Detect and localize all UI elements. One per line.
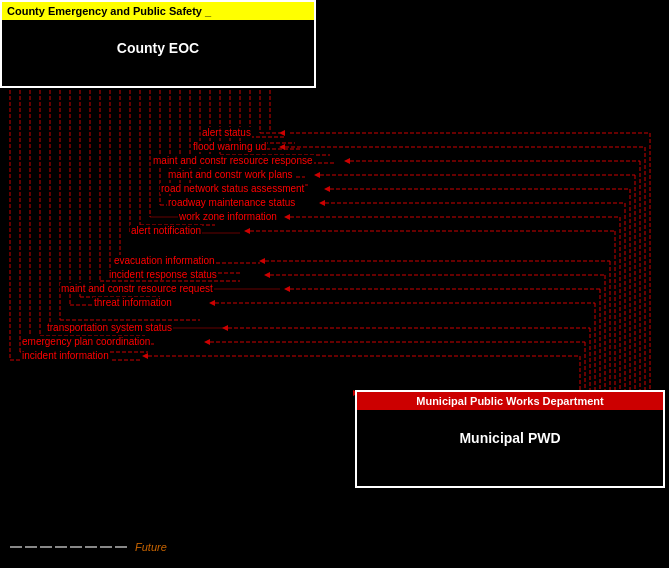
label-incident-response: incident response status — [108, 269, 218, 280]
label-incident-info: incident information — [21, 350, 110, 361]
svg-marker-88 — [314, 172, 320, 178]
svg-marker-91 — [284, 214, 290, 220]
svg-marker-85 — [279, 130, 285, 136]
future-dash-line — [10, 546, 127, 548]
dash-7 — [100, 546, 112, 548]
future-legend: Future — [10, 541, 167, 553]
dash-3 — [40, 546, 52, 548]
svg-marker-86 — [279, 144, 285, 150]
label-emergency-plan: emergency plan coordination — [21, 336, 151, 347]
label-alert-notification: alert notification — [130, 225, 202, 236]
diagram-container: County Emergency and Public Safety _ Cou… — [0, 0, 669, 568]
label-alert-status: alert status — [201, 127, 252, 138]
municipal-pwd-title: Municipal PWD — [357, 410, 663, 486]
label-maint-constr-work-plans: maint and constr work plans — [167, 169, 294, 180]
municipal-pwd-box: Municipal Public Works Department Munici… — [355, 390, 665, 488]
svg-marker-96 — [209, 300, 215, 306]
label-maint-constr-resource-req: maint and constr resource request — [60, 283, 214, 294]
label-road-network-status: road network status assessment — [160, 183, 305, 194]
label-maint-constr-resource-response: maint and constr resource response — [152, 155, 314, 166]
dash-8 — [115, 546, 127, 548]
svg-marker-95 — [284, 286, 290, 292]
label-threat-info: threat information — [93, 297, 173, 308]
county-eoc-header: County Emergency and Public Safety _ — [2, 2, 314, 20]
dash-5 — [70, 546, 82, 548]
municipal-pwd-header: Municipal Public Works Department — [357, 392, 663, 410]
label-roadway-maintenance: roadway maintenance status — [167, 197, 296, 208]
svg-marker-94 — [264, 272, 270, 278]
svg-marker-89 — [324, 186, 330, 192]
svg-marker-99 — [142, 353, 148, 359]
label-evacuation-info: evacuation information — [113, 255, 216, 266]
dash-4 — [55, 546, 67, 548]
label-work-zone-info: work zone information — [178, 211, 278, 222]
svg-marker-97 — [222, 325, 228, 331]
dash-1 — [10, 546, 22, 548]
label-flood-warning: flood warning ud — [192, 141, 267, 152]
svg-marker-90 — [319, 200, 325, 206]
label-transportation-system: transportation system status — [46, 322, 173, 333]
future-label-text: Future — [135, 541, 167, 553]
svg-marker-87 — [344, 158, 350, 164]
svg-marker-98 — [204, 339, 210, 345]
dash-6 — [85, 546, 97, 548]
dash-2 — [25, 546, 37, 548]
svg-marker-92 — [244, 228, 250, 234]
svg-marker-93 — [259, 258, 265, 264]
county-eoc-title: County EOC — [2, 20, 314, 86]
county-eoc-box: County Emergency and Public Safety _ Cou… — [0, 0, 316, 88]
